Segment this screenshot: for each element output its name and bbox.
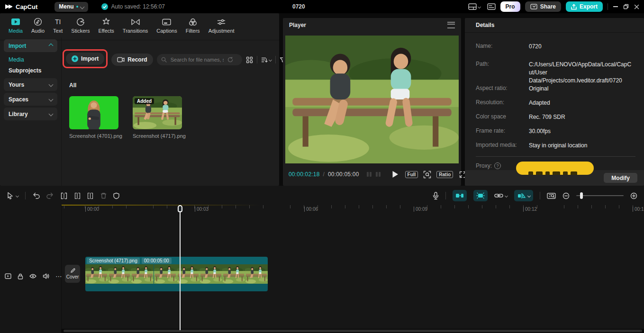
auto-ripple-button[interactable] [473,190,488,201]
minimize-button[interactable] [613,4,618,9]
full-button[interactable]: Full [405,171,418,178]
timeline-clip[interactable]: Screenshot (4717).png 00:00:05:00 [85,257,268,291]
delete-button[interactable] [100,192,107,199]
tab-media[interactable]: Media [5,16,27,35]
layout-toggle-icon[interactable] [468,3,481,10]
detail-row-frame-rate: Frame rate: 30.00fps [476,127,635,135]
delete-left-button[interactable] [74,192,81,199]
sidebar-item-library[interactable]: Library [4,108,57,120]
sidebar-item-label: Subprojects [9,67,41,74]
sidebar-item-subprojects[interactable]: Subprojects [9,67,53,74]
menu-button[interactable]: Menu [54,2,88,12]
preview-quality-icon[interactable] [547,192,556,199]
cover-button[interactable]: Cover [65,265,80,283]
sidebar-item-label: Library [9,111,28,117]
share-label: Share [540,3,556,10]
select-tool-button[interactable] [7,192,18,199]
mute-track-icon[interactable] [43,273,49,279]
ribbon-tabs: Media Audio TI Text Stickers [0,13,279,40]
record-button[interactable]: Record [111,54,153,66]
share-button[interactable]: Share [525,1,561,12]
focus-zoom-icon[interactable] [423,171,431,179]
tab-stickers[interactable]: Stickers [67,16,93,35]
split-button[interactable] [61,192,67,199]
proxy-tooltip[interactable] [516,162,594,175]
video-preview[interactable] [285,36,459,163]
mirror-edit-button[interactable] [514,190,533,201]
panel-layout-icon[interactable] [487,3,496,10]
zoom-out-button[interactable] [562,192,570,199]
search-history-icon[interactable] [227,57,233,63]
import-button[interactable]: Import [66,53,104,65]
tab-transitions[interactable]: Transitions [119,16,152,35]
filmstrip-frame [245,264,268,284]
magnetic-snap-button[interactable] [453,190,467,201]
pro-badge[interactable]: Pro [500,1,520,12]
time-ruler[interactable]: 00:00 00:03 00:06 00:09 00:12 00:15 [62,205,644,216]
greenscreen-thumbnail[interactable] [69,96,118,129]
detail-value: Original [529,85,632,93]
ratio-button[interactable]: Ratio [436,171,453,178]
lock-track-icon[interactable] [18,273,23,279]
tab-adjustment[interactable]: Adjustment [205,16,238,35]
delete-right-button[interactable] [87,192,94,199]
restore-button[interactable] [623,4,629,9]
detail-row-imported-media: Imported media: Stay in original locatio… [476,142,635,150]
next-frame-icon[interactable] [375,171,381,177]
help-icon[interactable]: ? [494,162,501,169]
autosave-text: Auto saved: 12:56:07 [111,3,165,10]
modify-button[interactable]: Modify [604,173,637,183]
close-button[interactable] [634,4,639,9]
chevron-down-icon [49,97,54,102]
captions-icon [162,17,171,27]
tab-effects[interactable]: Effects [94,16,118,35]
sidebar-item-import[interactable]: Import [4,39,57,52]
clip-header: Screenshot (4717).png 00:00:05:00 [85,257,268,264]
media-panel: Media Audio TI Text Stickers [0,13,279,186]
grid-view-icon[interactable] [246,56,253,63]
undo-button[interactable] [32,192,40,199]
filmstrip-frame [200,264,222,284]
clip-footer [85,284,268,291]
sidebar-item-media[interactable]: Media [9,56,53,63]
link-clips-button[interactable] [494,193,508,198]
mute-cover-icon[interactable] [113,192,119,199]
media-item-filename: Screenshot (4701).png [69,133,118,139]
import-highlight-box: Import [63,49,108,68]
media-item-4717[interactable]: Added Screenshot (4717).png [133,96,182,139]
timeline-zoom-slider[interactable] [576,192,624,199]
media-sidebar: Import Media Subprojects Yours Spaces Li… [0,37,62,186]
sidebar-item-label: Media [9,56,24,63]
previous-frame-icon[interactable] [366,171,372,177]
media-item-4701[interactable]: Screenshot (4701).png [69,96,118,139]
sort-button[interactable] [261,57,272,63]
sidebar-item-yours[interactable]: Yours [4,78,57,91]
tab-label: Transitions [123,28,148,34]
export-button[interactable]: Export [566,1,603,12]
clip-duration: 00:00:05:00 [142,258,172,264]
player-menu-icon[interactable] [447,22,455,28]
tab-filters[interactable]: Filters [182,16,204,35]
sidebar-item-spaces[interactable]: Spaces [4,93,57,106]
play-button[interactable] [392,171,399,178]
search-box[interactable] [157,54,242,65]
horizontal-scrollbar[interactable] [62,329,644,333]
autosave-status: Auto saved: 12:56:07 [101,3,165,10]
park-thumbnail[interactable]: Added [133,96,182,129]
tab-text[interactable]: TI Text [49,16,66,35]
zoom-in-button[interactable] [630,192,637,199]
redo-button[interactable] [46,192,54,199]
detail-label: Resolution: [476,99,529,107]
hide-track-icon[interactable] [29,274,36,279]
slider-handle[interactable] [580,192,583,199]
more-options-icon[interactable]: ⋯ [55,272,63,280]
section-label: All [69,82,76,89]
timeline-toolbar [0,189,644,202]
autosave-check-icon [101,3,108,10]
tab-captions[interactable]: Captions [153,16,181,35]
tab-audio[interactable]: Audio [27,16,48,35]
scrollbar-thumb[interactable] [63,330,642,332]
tab-label: Stickers [71,28,90,34]
voiceover-mic-icon[interactable] [433,192,439,200]
search-input[interactable] [170,56,225,63]
